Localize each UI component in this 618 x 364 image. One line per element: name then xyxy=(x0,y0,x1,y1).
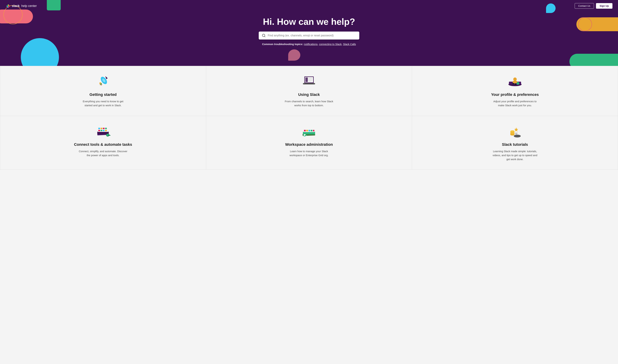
svg-point-18 xyxy=(513,78,517,81)
card-desc-workspace-admin: Learn how to manage your Slack workspace… xyxy=(285,149,333,157)
card-profile-preferences[interactable]: Your profile & preferences Adjust your p… xyxy=(412,66,618,116)
card-title-using-slack: Using Slack xyxy=(213,92,405,97)
cards-grid: Getting started Everything you need to k… xyxy=(0,66,618,170)
nav-bar: slack help center Contact Us Sign Up xyxy=(0,0,618,12)
search-input[interactable] xyxy=(268,34,356,37)
svg-rect-11 xyxy=(305,78,308,82)
rocket-icon xyxy=(94,74,112,88)
svg-rect-43 xyxy=(311,130,313,131)
svg-rect-27 xyxy=(101,130,102,131)
card-connect-tools[interactable]: Connect tools & automate tasks Connect, … xyxy=(0,116,206,170)
slack-logo-icon xyxy=(6,3,10,8)
card-getting-started[interactable]: Getting started Everything you need to k… xyxy=(0,66,206,116)
svg-rect-40 xyxy=(304,130,306,131)
cards-section: Getting started Everything you need to k… xyxy=(0,66,618,170)
svg-rect-46 xyxy=(305,135,307,136)
deco-cyan-circle xyxy=(21,38,59,66)
card-using-slack[interactable]: Using Slack From channels to search, lea… xyxy=(206,66,412,116)
hero-content: Hi. How can we help? Common troubleshoot… xyxy=(248,17,370,46)
logo-sub: help center xyxy=(21,4,37,8)
svg-point-51 xyxy=(514,135,521,137)
svg-rect-8 xyxy=(303,83,315,84)
profile-icon xyxy=(506,74,524,88)
svg-point-20 xyxy=(517,82,519,85)
card-desc-connect-tools: Connect, simplify, and automate. Discove… xyxy=(79,149,127,157)
card-title-slack-tutorials: Slack tutorials xyxy=(419,142,611,147)
svg-rect-33 xyxy=(105,128,107,129)
svg-rect-36 xyxy=(109,135,110,135)
svg-point-21 xyxy=(513,83,514,84)
common-topics: Common troubleshooting topics: notificat… xyxy=(248,43,370,46)
search-icon xyxy=(262,34,266,38)
card-desc-getting-started: Everything you need to know to get start… xyxy=(79,99,127,107)
svg-rect-31 xyxy=(101,128,102,129)
tutorials-icon xyxy=(506,124,524,138)
svg-rect-44 xyxy=(313,130,314,131)
card-title-workspace-admin: Workspace administration xyxy=(213,142,405,147)
workspace-icon xyxy=(300,124,318,138)
hero-title: Hi. How can we help? xyxy=(248,17,370,27)
card-title-profile-preferences: Your profile & preferences xyxy=(419,92,611,97)
card-title-getting-started: Getting started xyxy=(7,92,199,97)
svg-rect-29 xyxy=(105,130,107,131)
svg-rect-14 xyxy=(308,80,312,80)
svg-rect-26 xyxy=(98,130,100,131)
deco-mauve-bubble xyxy=(288,49,300,61)
card-desc-profile-preferences: Adjust your profile and preferences to m… xyxy=(491,99,539,107)
topic-connecting[interactable]: connecting to Slack xyxy=(319,43,342,46)
svg-rect-28 xyxy=(103,130,105,131)
topic-notifications[interactable]: notifications xyxy=(304,43,317,46)
svg-rect-30 xyxy=(98,128,100,129)
svg-rect-48 xyxy=(515,133,518,134)
card-desc-slack-tutorials: Learning Slack made simple: tutorials, v… xyxy=(491,149,539,161)
topic-slack-calls[interactable]: Slack Calls xyxy=(343,43,356,46)
svg-rect-32 xyxy=(103,128,105,129)
svg-rect-15 xyxy=(308,81,311,81)
card-desc-using-slack: From channels to search, learn how Slack… xyxy=(285,99,333,107)
svg-point-56 xyxy=(510,130,514,132)
tools-icon xyxy=(94,124,112,138)
svg-rect-13 xyxy=(308,79,312,79)
laptop-icon xyxy=(300,74,318,88)
svg-point-22 xyxy=(515,84,516,85)
deco-red-circle-outline xyxy=(578,17,592,31)
common-topics-label: Common troubleshooting topics: xyxy=(262,43,303,46)
svg-rect-41 xyxy=(306,130,308,131)
card-slack-tutorials[interactable]: Slack tutorials Learning Slack made simp… xyxy=(412,116,618,170)
svg-line-1 xyxy=(264,36,265,37)
svg-rect-12 xyxy=(308,78,313,78)
card-workspace-admin[interactable]: Workspace administration Learn how to ma… xyxy=(206,116,412,170)
contact-us-button[interactable]: Contact Us xyxy=(575,3,594,9)
svg-rect-42 xyxy=(308,130,310,131)
svg-rect-49 xyxy=(515,134,517,134)
logo-text: slack xyxy=(12,4,20,8)
card-title-connect-tools: Connect tools & automate tasks xyxy=(7,142,199,147)
deco-green-pill xyxy=(569,54,618,66)
hero-section: slack help center Contact Us Sign Up Hi.… xyxy=(0,0,618,66)
search-bar[interactable] xyxy=(259,32,359,39)
sign-up-button[interactable]: Sign Up xyxy=(596,3,612,9)
nav-actions: Contact Us Sign Up xyxy=(575,3,612,9)
logo-link[interactable]: slack help center xyxy=(6,3,37,8)
